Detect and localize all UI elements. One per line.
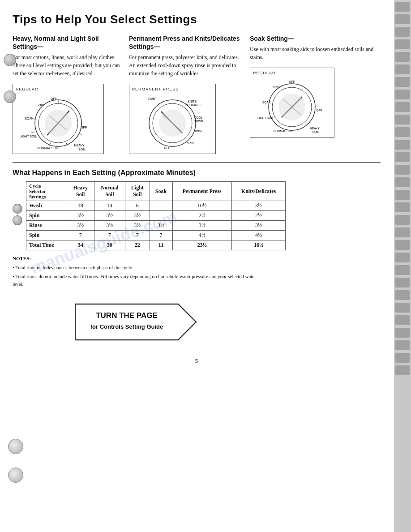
th-heavy-soil: HeavySoil <box>67 182 94 201</box>
top-section: Heavy, Normal and Light Soil Settings— F… <box>13 34 381 154</box>
dial-svg-pp: START KNITS/ DELICATES COOL DOWN RINSE S… <box>132 93 213 151</box>
svg-text:HEAVY: HEAVY <box>310 127 320 130</box>
strip-block <box>395 177 410 187</box>
td-spin1-pp: 2½ <box>172 211 232 221</box>
notes-title: NOTES: <box>13 256 31 261</box>
td-total-label: Total Time <box>26 240 67 250</box>
notes-section: NOTES: • Total time includes pauses betw… <box>13 255 263 288</box>
col-heavy-normal-light: Heavy, Normal and Light Soil Settings— F… <box>13 34 129 154</box>
strip-block <box>395 315 410 325</box>
td-total-knits: 16½ <box>232 240 286 250</box>
svg-text:SPIN: SPIN <box>37 103 44 107</box>
svg-text:NORMAL SOIL: NORMAL SOIL <box>37 146 59 150</box>
bottom-circle-2 <box>8 468 23 483</box>
strip-block <box>395 52 410 62</box>
strip-block <box>395 240 410 250</box>
td-total-pp: 23½ <box>172 240 232 250</box>
strip-block <box>395 77 410 87</box>
th-knits: Knits/Delicates <box>232 182 286 201</box>
timing-table: CycleSelectorSettings HeavySoil NormalSo… <box>26 181 286 250</box>
strip-block <box>395 152 410 162</box>
col-soak: Soak Setting— Use with most soaking aids… <box>250 34 381 154</box>
dial-box-pp: PERMANENT PRESS START KNITS/ DELICATES C… <box>129 84 216 154</box>
dial-label-soak: REGULAR <box>253 71 331 75</box>
perm-press-heading: Permanent Press and Knits/Delicates Sett… <box>129 34 245 51</box>
table-total-row: Total Time 34 30 22 11 23½ 16½ <box>26 240 286 250</box>
table-row: Spin 7 7 7 7 4½ 4½ <box>26 231 286 240</box>
dial-label-pp: PERMANENT PRESS <box>132 87 213 91</box>
table-header-row: CycleSelectorSettings HeavySoil NormalSo… <box>26 182 286 201</box>
svg-text:OFF: OFF <box>51 97 57 100</box>
td-wash-normal: 14 <box>94 201 125 211</box>
svg-text:START: START <box>148 97 157 100</box>
svg-line-15 <box>31 132 34 133</box>
strip-block <box>395 127 410 137</box>
bottom-circle-1 <box>8 439 23 454</box>
arrow-callout-svg: TURN THE PAGE for Controls Setting Guide <box>75 302 210 342</box>
strip-block <box>395 190 410 200</box>
td-wash-heavy: 18 <box>67 201 94 211</box>
table-circle-1 <box>13 204 22 214</box>
td-spin2-label: Spin <box>26 231 67 240</box>
svg-text:LIGHT SOIL: LIGHT SOIL <box>257 116 274 120</box>
svg-text:SPIN: SPIN <box>187 142 193 145</box>
td-rinse-label: Rinse <box>26 221 67 231</box>
svg-text:OFF: OFF <box>317 109 322 112</box>
heavy-normal-text: For most cottons, linens, work and play … <box>13 53 122 77</box>
svg-text:LIGHT SOIL: LIGHT SOIL <box>20 135 37 138</box>
strip-block <box>395 202 410 212</box>
strip-block <box>395 227 410 237</box>
perm-press-text: For permanent press, polyester knits, an… <box>129 53 245 77</box>
th-normal-soil: NormalSoil <box>94 182 125 201</box>
td-spin1-heavy: 3½ <box>67 211 94 221</box>
strip-block <box>395 303 410 313</box>
td-wash-pp: 10½ <box>172 201 232 211</box>
svg-text:SOIL: SOIL <box>313 130 319 133</box>
svg-text:OFF: OFF <box>289 80 295 83</box>
page-number: 5 <box>13 357 381 365</box>
svg-text:SOIL: SOIL <box>78 148 86 151</box>
th-light-soil: LightSoil <box>125 182 150 201</box>
td-rinse-normal: 3½ <box>94 221 125 231</box>
td-spin2-normal: 7 <box>94 231 125 240</box>
td-rinse-light: 3½ <box>125 221 150 231</box>
strip-block <box>395 90 410 99</box>
svg-text:DOWN: DOWN <box>194 120 203 123</box>
strip-block <box>395 365 410 375</box>
svg-text:COOL: COOL <box>194 116 203 119</box>
strip-block <box>395 140 410 150</box>
header-circle-1 <box>4 54 16 66</box>
td-wash-label: Wash <box>26 201 67 211</box>
strip-block <box>395 340 410 350</box>
td-spin2-pp: 4½ <box>172 231 232 240</box>
svg-text:DELICATES: DELICATES <box>185 103 201 107</box>
td-spin2-soak: 7 <box>150 231 172 240</box>
svg-text:RINSE: RINSE <box>194 129 203 133</box>
soak-text: Use with most soaking aids to loosen emb… <box>250 45 381 61</box>
table-row: Spin 3½ 3½ 3½ 2½ 2½ <box>26 211 286 221</box>
table-row: Wash 18 14 6 10½ 3½ <box>26 201 286 211</box>
svg-text:HEAVY: HEAVY <box>74 144 85 147</box>
td-spin2-light: 7 <box>125 231 150 240</box>
th-perm-press: Permanent Press <box>172 182 232 201</box>
svg-text:for Controls Setting Guide: for Controls Setting Guide <box>90 323 163 330</box>
header-circle-2 <box>4 90 16 103</box>
td-spin1-knits: 2½ <box>232 211 286 221</box>
th-soak: Soak <box>150 182 172 201</box>
th-cycle-selector: CycleSelectorSettings <box>26 182 67 201</box>
strip-block <box>395 253 410 262</box>
td-spin1-label: Spin <box>26 211 67 221</box>
right-strip <box>394 0 411 532</box>
soak-heading: Soak Setting— <box>250 34 381 43</box>
strip-block <box>395 115 410 124</box>
arrow-callout: TURN THE PAGE for Controls Setting Guide <box>75 302 210 344</box>
strip-block <box>395 2 410 12</box>
dial-box-soak: REGULAR OFF SPIN SOAK LIGHT SOIL NORMAL … <box>250 68 334 138</box>
table-row-circles <box>13 204 22 227</box>
strip-block <box>395 215 410 225</box>
td-wash-light: 6 <box>125 201 150 211</box>
td-rinse-soak: 3½ <box>150 221 172 231</box>
td-spin2-heavy: 7 <box>67 231 94 240</box>
svg-text:OFF: OFF <box>164 146 170 150</box>
td-spin1-normal: 3½ <box>94 211 125 221</box>
